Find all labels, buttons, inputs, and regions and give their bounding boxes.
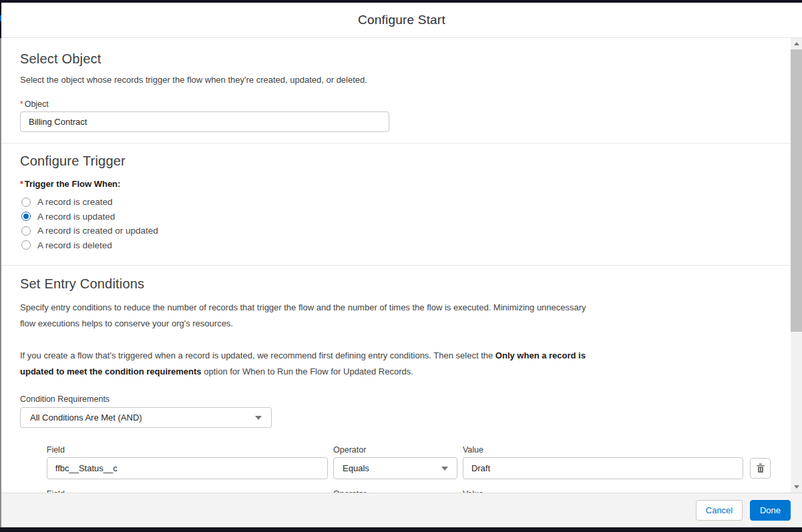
condition-operator-select[interactable]: Equals [333, 457, 457, 479]
scrollbar-thumb[interactable] [791, 49, 802, 332]
object-input[interactable] [20, 111, 389, 132]
required-asterisk: * [20, 99, 23, 109]
select-object-description: Select the object whose records trigger … [20, 74, 600, 86]
object-field-label: *Object [20, 99, 389, 109]
cancel-button[interactable]: Cancel [696, 500, 743, 521]
condition-value-input[interactable] [463, 457, 743, 479]
section-configure-trigger: Configure Trigger *Trigger the Flow When… [1, 144, 791, 266]
required-asterisk: * [20, 180, 23, 189]
arrow-up-icon [794, 42, 799, 45]
chevron-down-icon [255, 416, 262, 420]
radio-icon[interactable] [21, 240, 31, 250]
trash-icon [756, 463, 765, 473]
condition-field-input[interactable] [47, 457, 328, 479]
radio-label: A record is created or updated [37, 226, 158, 236]
condition-requirements-label: Condition Requirements [20, 394, 771, 404]
scroll-down-button[interactable] [791, 481, 802, 493]
radio-label: A record is updated [37, 212, 115, 222]
done-button[interactable]: Done [750, 500, 791, 521]
radio-icon[interactable] [21, 198, 31, 207]
trigger-radio-group: A record is created A record is updated … [20, 195, 771, 252]
modal-title: Configure Start [358, 13, 445, 27]
trigger-when-label: *Trigger the Flow When: [20, 179, 771, 189]
radio-label: A record is deleted [37, 240, 112, 250]
value-label: Value [463, 445, 743, 455]
select-object-heading: Select Object [20, 51, 771, 67]
section-select-object: Select Object Select the object whose re… [1, 38, 791, 144]
radio-record-updated[interactable]: A record is updated [20, 210, 771, 224]
condition-requirements-value: All Conditions Are Met (AND) [30, 413, 142, 423]
modal-header: Configure Start [1, 3, 802, 38]
configure-trigger-heading: Configure Trigger [20, 154, 771, 169]
window-bottom-edge [0, 527, 802, 532]
entry-conditions-description-2: If you create a flow that's triggered wh… [20, 348, 600, 380]
vertical-scrollbar[interactable] [791, 38, 802, 493]
radio-icon[interactable] [21, 226, 31, 236]
field-label: Field [47, 445, 328, 455]
radio-record-deleted[interactable]: A record is deleted [20, 238, 771, 253]
radio-record-created[interactable]: A record is created [20, 195, 771, 210]
radio-label: A record is created [37, 197, 113, 207]
modal-footer: Cancel Done [1, 493, 802, 527]
conditions-list: Field Operator Equals Value [20, 445, 771, 493]
radio-record-created-or-updated[interactable]: A record is created or updated [20, 224, 771, 238]
entry-conditions-description-1: Specify entry conditions to reduce the n… [20, 300, 600, 332]
scroll-up-button[interactable] [791, 38, 802, 49]
chevron-down-icon [441, 467, 448, 471]
modal-body: Select Object Select the object whose re… [1, 38, 791, 493]
and-spacer [20, 473, 47, 479]
entry-conditions-heading: Set Entry Conditions [20, 276, 771, 292]
condition-row: Field Operator Equals Value [20, 445, 771, 479]
condition-requirements-select[interactable]: All Conditions Are Met (AND) [20, 407, 272, 428]
radio-checked-icon[interactable] [21, 212, 31, 221]
delete-condition-button[interactable] [750, 458, 771, 479]
operator-value: Equals [343, 463, 369, 473]
section-entry-conditions: Set Entry Conditions Specify entry condi… [1, 266, 791, 493]
arrow-down-icon [794, 485, 799, 489]
operator-label: Operator [333, 445, 457, 455]
